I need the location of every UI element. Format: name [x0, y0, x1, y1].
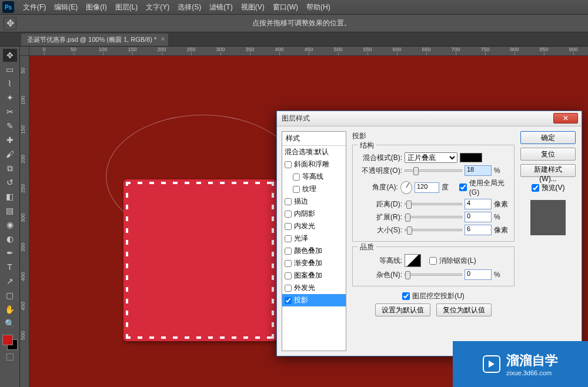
path-tool[interactable]: ↗: [3, 275, 17, 288]
antialias-check[interactable]: [429, 257, 437, 265]
style-inner-glow[interactable]: 内发光: [282, 220, 346, 232]
style-color-overlay-check[interactable]: [285, 248, 292, 255]
style-contour[interactable]: 等高线: [282, 171, 346, 183]
menu-layer[interactable]: 图层(L): [111, 2, 142, 12]
size-slider[interactable]: [405, 229, 462, 231]
ruler-tick: 450: [20, 291, 29, 321]
menu-filter[interactable]: 滤镜(T): [205, 2, 236, 12]
style-contour-check[interactable]: [293, 174, 300, 181]
style-drop-shadow-check[interactable]: [285, 297, 292, 304]
style-texture-check[interactable]: [293, 186, 300, 193]
shape-tool[interactable]: ▢: [3, 289, 17, 302]
distance-slider[interactable]: [405, 203, 462, 205]
style-outer-glow[interactable]: 外发光: [282, 282, 346, 294]
ok-button[interactable]: 确定: [520, 131, 576, 144]
style-stroke-check[interactable]: [285, 198, 292, 205]
shadow-color-swatch[interactable]: [460, 153, 482, 162]
opacity-field[interactable]: 18: [465, 165, 492, 176]
ruler-origin[interactable]: [20, 46, 29, 56]
lasso-tool[interactable]: ⌇: [3, 77, 17, 90]
dialog-close-button[interactable]: ✕: [553, 113, 578, 124]
menu-file[interactable]: 文件(F): [19, 2, 50, 12]
style-default[interactable]: 混合选项:默认: [282, 146, 346, 158]
crop-tool[interactable]: ✂: [3, 105, 17, 118]
stamp-tool[interactable]: ⧉: [3, 162, 17, 175]
style-pattern-overlay-check[interactable]: [285, 272, 292, 279]
quickmask-toggle[interactable]: [6, 353, 14, 361]
group-quality-title: 品质: [358, 242, 376, 252]
reset-default-button[interactable]: 复位为默认值: [436, 303, 492, 316]
hand-tool[interactable]: ✋: [3, 303, 17, 316]
color-swatches[interactable]: [2, 335, 18, 350]
menu-image[interactable]: 图像(I): [82, 2, 111, 12]
gradient-tool[interactable]: ▤: [3, 204, 17, 217]
ruler-tick: 350: [235, 46, 265, 55]
angle-field[interactable]: 120: [415, 182, 439, 193]
spread-field[interactable]: 0: [465, 212, 492, 222]
move-tool[interactable]: ✥: [3, 49, 17, 62]
healing-tool[interactable]: ✚: [3, 134, 17, 146]
style-inner-glow-check[interactable]: [285, 223, 292, 230]
size-field[interactable]: 6: [465, 225, 492, 235]
style-satin-check[interactable]: [285, 235, 292, 242]
eraser-tool[interactable]: ◧: [3, 190, 17, 203]
style-pattern-overlay[interactable]: 图案叠加: [282, 269, 346, 282]
options-hint: 点按并拖移可调整效果的位置。: [19, 18, 584, 28]
layer-style-dialog: 图层样式 ✕ 样式 混合选项:默认 斜面和浮雕 等高线 纹理 描边 内阴影 内发…: [276, 111, 582, 356]
ruler-tick: 300: [20, 203, 29, 232]
make-default-button[interactable]: 设置为默认值: [375, 303, 430, 316]
cancel-button[interactable]: 复位: [520, 148, 576, 161]
menu-view[interactable]: 视图(V): [237, 2, 269, 12]
style-inner-shadow[interactable]: 内阴影: [282, 208, 346, 220]
style-texture[interactable]: 纹理: [282, 183, 346, 195]
distance-field[interactable]: 4: [465, 199, 492, 209]
menu-help[interactable]: 帮助(H): [302, 2, 335, 12]
style-color-overlay[interactable]: 颜色叠加: [282, 245, 346, 257]
style-bevel-check[interactable]: [285, 161, 292, 168]
dodge-tool[interactable]: ◐: [3, 232, 17, 245]
vertical-ruler[interactable]: 50 100 150 200 250 300 350 400 450 500: [20, 56, 29, 387]
eyedropper-tool[interactable]: ✎: [3, 119, 17, 132]
horizontal-ruler[interactable]: 0 50 100 150 200 250 300 350 400 450 500…: [29, 46, 588, 56]
style-stroke[interactable]: 描边: [282, 195, 346, 208]
global-light-check[interactable]: [459, 184, 467, 191]
spread-slider[interactable]: [405, 216, 462, 218]
dialog-title[interactable]: 图层样式 ✕: [277, 111, 582, 126]
foreground-color[interactable]: [2, 335, 13, 345]
preview-check[interactable]: [532, 184, 539, 192]
style-outer-glow-check[interactable]: [285, 285, 292, 292]
marquee-tool[interactable]: ▭: [3, 63, 17, 76]
angle-dial[interactable]: [400, 181, 412, 194]
style-bevel[interactable]: 斜面和浮雕: [282, 158, 346, 171]
close-icon[interactable]: ×: [161, 35, 165, 42]
contour-picker[interactable]: [405, 254, 421, 267]
move-tool-icon[interactable]: ✥: [4, 17, 16, 30]
style-satin[interactable]: 光泽: [282, 232, 346, 245]
group-structure-title: 结构: [358, 141, 376, 151]
brush-tool[interactable]: 🖌: [3, 148, 17, 161]
knockout-check[interactable]: [402, 292, 410, 300]
history-brush-tool[interactable]: ↺: [3, 176, 17, 189]
document-tab[interactable]: 圣诞节优惠券.psd @ 100% (椭圆 1, RGB/8) * ×: [21, 34, 168, 46]
blur-tool[interactable]: ◉: [3, 218, 17, 231]
zoom-tool[interactable]: 🔍: [3, 317, 17, 330]
new-style-button[interactable]: 新建样式(W)...: [520, 164, 576, 177]
noise-field[interactable]: 0: [465, 269, 492, 280]
menu-select[interactable]: 选择(S): [173, 2, 205, 12]
pen-tool[interactable]: ✒: [3, 246, 17, 259]
wand-tool[interactable]: ✦: [3, 91, 17, 104]
menu-edit[interactable]: 编辑(E): [50, 2, 82, 12]
opacity-slider[interactable]: [405, 169, 462, 172]
play-icon: [483, 355, 500, 373]
noise-slider[interactable]: [405, 273, 462, 276]
menu-window[interactable]: 窗口(W): [269, 2, 302, 12]
type-tool[interactable]: T: [3, 261, 17, 273]
style-inner-shadow-check[interactable]: [285, 211, 292, 218]
coupon-shape[interactable]: [123, 179, 276, 341]
section-title: 投影: [352, 131, 514, 141]
style-gradient-overlay-check[interactable]: [285, 260, 292, 267]
style-drop-shadow[interactable]: 投影: [282, 294, 346, 306]
blend-mode-select[interactable]: 正片叠底: [405, 152, 457, 163]
style-gradient-overlay[interactable]: 渐变叠加: [282, 257, 346, 269]
menu-type[interactable]: 文字(Y): [142, 2, 173, 12]
